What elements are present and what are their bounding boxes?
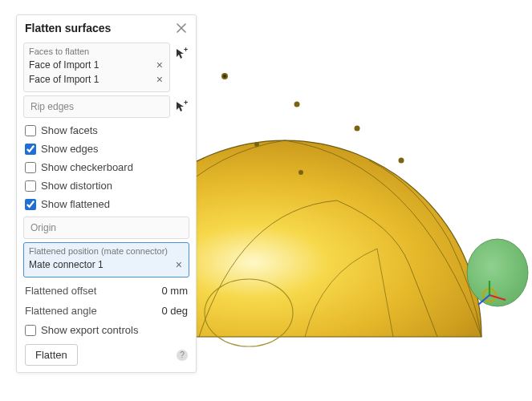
flattened-position-field[interactable]: Flattened position (mate connector) Mate… xyxy=(23,242,189,277)
faces-to-flatten-field[interactable]: Faces to flatten Face of Import 1 × Face… xyxy=(23,43,170,92)
svg-point-6 xyxy=(298,170,303,175)
show-edges-label: Show edges xyxy=(41,143,99,155)
remove-face-icon[interactable]: × xyxy=(155,59,164,71)
flattened-angle-label: Flattened angle xyxy=(25,305,97,317)
svg-point-7 xyxy=(254,142,259,147)
faces-to-flatten-label: Faces to flatten xyxy=(29,47,164,56)
svg-point-4 xyxy=(355,126,360,132)
panel-title: Flatten surfaces xyxy=(25,22,111,34)
show-flattened-input[interactable] xyxy=(25,199,36,210)
show-distortion-label: Show distortion xyxy=(41,180,112,192)
origin-placeholder: Origin xyxy=(30,222,56,233)
remove-mate-connector-icon[interactable]: × xyxy=(174,258,184,271)
show-export-controls-label: Show export controls xyxy=(41,324,138,336)
face-selection-label: Face of Import 1 xyxy=(29,74,99,85)
show-distortion-input[interactable] xyxy=(25,180,36,192)
remove-face-icon[interactable]: × xyxy=(155,73,164,86)
origin-field[interactable]: Origin xyxy=(23,217,189,239)
show-export-controls-checkbox[interactable]: Show export controls xyxy=(17,321,196,339)
show-flattened-checkbox[interactable]: Show flattened xyxy=(17,195,196,213)
face-selection-item[interactable]: Face of Import 1 × xyxy=(29,72,164,87)
show-checkerboard-input[interactable] xyxy=(25,162,36,173)
flatten-surfaces-panel: Flatten surfaces Faces to flatten Face o… xyxy=(16,14,197,373)
show-distortion-checkbox[interactable]: Show distortion xyxy=(17,176,196,195)
show-facets-label: Show facets xyxy=(41,124,98,136)
help-icon[interactable]: ? xyxy=(177,350,188,361)
flattened-offset-value: 0 mm xyxy=(162,285,189,297)
select-faces-cursor-icon[interactable]: + xyxy=(173,46,189,62)
face-selection-label: Face of Import 1 xyxy=(29,59,99,71)
flattened-position-value: Mate connector 1 xyxy=(29,259,104,270)
show-checkerboard-label: Show checkerboard xyxy=(41,161,133,173)
close-icon[interactable] xyxy=(175,22,188,34)
face-selection-item[interactable]: Face of Import 1 × xyxy=(29,58,164,72)
flattened-angle-row[interactable]: Flattened angle 0 deg xyxy=(17,301,196,321)
svg-point-2 xyxy=(223,75,226,78)
show-checkerboard-checkbox[interactable]: Show checkerboard xyxy=(17,158,196,176)
svg-point-3 xyxy=(294,102,300,107)
show-facets-checkbox[interactable]: Show facets xyxy=(17,121,196,140)
flattened-offset-row[interactable]: Flattened offset 0 mm xyxy=(17,281,196,301)
show-edges-input[interactable] xyxy=(25,144,36,155)
flattened-offset-label: Flattened offset xyxy=(25,285,96,297)
flattened-position-label: Flattened position (mate connector) xyxy=(29,246,184,256)
flattened-angle-value: 0 deg xyxy=(161,305,188,317)
svg-text:+: + xyxy=(184,100,188,107)
svg-point-8 xyxy=(467,239,528,306)
show-export-controls-input[interactable] xyxy=(25,325,36,336)
svg-text:+: + xyxy=(184,47,188,54)
show-flattened-label: Show flattened xyxy=(41,198,110,210)
flatten-button[interactable]: Flatten xyxy=(25,344,78,366)
flattened-preview[interactable] xyxy=(467,239,528,306)
show-facets-input[interactable] xyxy=(25,125,36,136)
rip-edges-field[interactable]: Rip edges xyxy=(23,95,170,118)
show-edges-checkbox[interactable]: Show edges xyxy=(17,140,196,158)
rip-edges-placeholder: Rip edges xyxy=(30,101,74,112)
select-edges-cursor-icon[interactable]: + xyxy=(173,99,189,115)
svg-point-5 xyxy=(399,158,404,164)
